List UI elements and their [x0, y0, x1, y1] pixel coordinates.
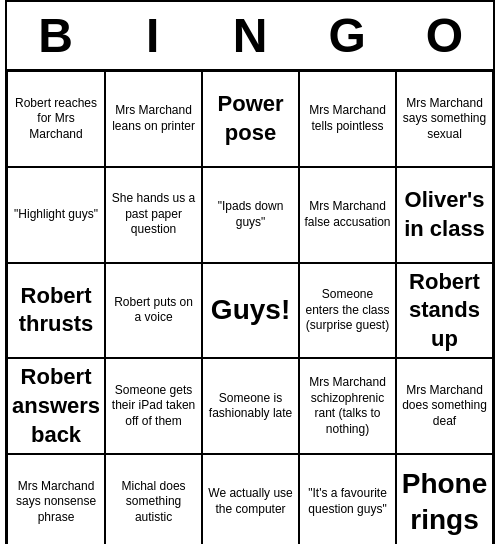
cell-2: Power pose: [202, 71, 299, 167]
cell-0: Robert reaches for Mrs Marchand: [7, 71, 105, 167]
cell-16: Someone gets their iPad taken off of the…: [105, 358, 202, 454]
cell-22: We actually use the computer: [202, 454, 299, 544]
cell-20: Mrs Marchand says nonsense phrase: [7, 454, 105, 544]
cell-4: Mrs Marchand says something sexual: [396, 71, 493, 167]
bingo-header: B I N G O: [7, 2, 493, 71]
cell-3: Mrs Marchand tells pointless: [299, 71, 396, 167]
letter-b: B: [11, 8, 101, 63]
letter-o: O: [399, 8, 489, 63]
cell-15: Robert answers back: [7, 358, 105, 454]
bingo-card: B I N G O Robert reaches for Mrs Marchan…: [5, 0, 495, 544]
cell-17: Someone is fashionably late: [202, 358, 299, 454]
letter-g: G: [302, 8, 392, 63]
cell-21: Michal does something autistic: [105, 454, 202, 544]
cell-24: Phone rings: [396, 454, 493, 544]
cell-8: Mrs Marchand false accusation: [299, 167, 396, 263]
cell-1: Mrs Marchand leans on printer: [105, 71, 202, 167]
letter-n: N: [205, 8, 295, 63]
cell-10: Robert thrusts: [7, 263, 105, 359]
cell-7: "Ipads down guys": [202, 167, 299, 263]
cell-18: Mrs Marchand schizophrenic rant (talks t…: [299, 358, 396, 454]
cell-5: "Highlight guys": [7, 167, 105, 263]
cell-11: Robert puts on a voice: [105, 263, 202, 359]
cell-13: Someone enters the class (surprise guest…: [299, 263, 396, 359]
cell-6: She hands us a past paper question: [105, 167, 202, 263]
cell-23: "It's a favourite question guys": [299, 454, 396, 544]
cell-14: Robert stands up: [396, 263, 493, 359]
bingo-grid: Robert reaches for Mrs Marchand Mrs Marc…: [7, 71, 493, 544]
cell-9: Oliver's in class: [396, 167, 493, 263]
cell-12: Guys!: [202, 263, 299, 359]
letter-i: I: [108, 8, 198, 63]
cell-19: Mrs Marchand does something deaf: [396, 358, 493, 454]
